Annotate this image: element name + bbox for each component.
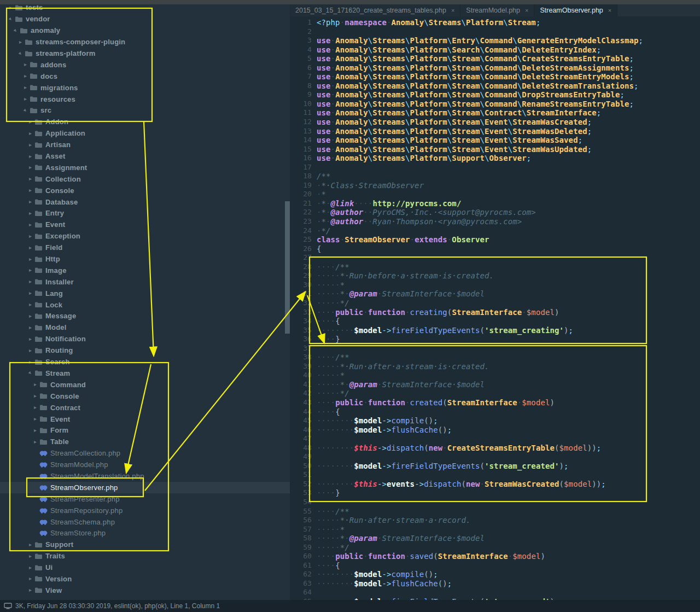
chevron-collapsed-icon[interactable]: ▸ [27, 336, 33, 342]
chevron-collapsed-icon[interactable]: ▸ [27, 290, 33, 296]
tree-folder-tests[interactable]: ▸tests [0, 4, 290, 13]
code-line[interactable]: 46········$model->flushCache(); [290, 426, 700, 435]
code-line[interactable]: 23·*·@author··Ryan·Thompson·<ryan@pyrocm… [290, 217, 700, 226]
code-line[interactable]: 30·····* [290, 281, 700, 290]
tree-file-streamstore-php[interactable]: StreamStore.php [0, 527, 290, 539]
tree-folder-ui[interactable]: ▸Ui [0, 562, 290, 573]
chevron-collapsed-icon[interactable]: ▸ [32, 416, 38, 422]
tree-folder-traits[interactable]: ▸Traits [0, 550, 290, 562]
tree-folder-artisan[interactable]: ▸Artisan [0, 139, 290, 150]
tree-folder-routing[interactable]: ▸Routing [0, 345, 290, 356]
chevron-collapsed-icon[interactable]: ▸ [27, 222, 33, 228]
code-line[interactable]: 58·····*·@param·StreamInterface·$model [290, 534, 700, 543]
code-line[interactable]: 60····public·function·saved(StreamInterf… [290, 552, 700, 561]
tree-folder-view[interactable]: ▸View [0, 585, 290, 596]
code-line[interactable]: 1<?php·namespace·Anomaly\Streams\Platfor… [290, 18, 700, 27]
code-line[interactable]: 41·····*·@param·StreamInterface·$model [290, 380, 700, 389]
code-line[interactable]: 34····{ [290, 317, 700, 326]
tree-folder-contract[interactable]: ▸Contract [0, 402, 290, 413]
code-line[interactable]: 48········$this->dispatch(new·CreateStre… [290, 444, 700, 453]
tree-folder-installer[interactable]: ▸Installer [0, 276, 290, 288]
chevron-expanded-icon[interactable]: ▸ [21, 107, 30, 115]
code-line[interactable]: 16use·Anomaly\Streams\Platform\Support\O… [290, 154, 700, 163]
tree-folder-event[interactable]: ▸Event [0, 219, 290, 230]
chevron-collapsed-icon[interactable]: ▸ [32, 393, 38, 399]
chevron-collapsed-icon[interactable]: ▸ [22, 85, 28, 90]
code-line[interactable]: 45········$model->compile(); [290, 416, 700, 426]
chevron-collapsed-icon[interactable]: ▸ [27, 119, 33, 125]
code-line[interactable]: 5use·Anomaly\Streams\Platform\Stream\Com… [290, 54, 700, 63]
chevron-collapsed-icon[interactable]: ▸ [27, 325, 33, 330]
tree-folder-application[interactable]: ▸Application [0, 127, 290, 139]
tree-folder-http[interactable]: ▸Http [0, 253, 290, 265]
code-line[interactable]: 22·*·@author··PyroCMS,·Inc.·<support@pyr… [290, 208, 700, 217]
tree-folder-console[interactable]: ▸Console [0, 390, 290, 402]
chevron-collapsed-icon[interactable]: ▸ [27, 279, 33, 284]
tree-folder-lock[interactable]: ▸Lock [0, 299, 290, 311]
code-line[interactable]: 63········$model->flushCache(); [290, 579, 700, 588]
tree-file-streammodeltranslation-php[interactable]: StreamModelTranslation.php [0, 470, 290, 482]
code-line[interactable]: 28····/** [290, 263, 700, 272]
chevron-collapsed-icon[interactable]: ▸ [27, 565, 33, 570]
chevron-collapsed-icon[interactable]: ▸ [27, 211, 33, 216]
chevron-collapsed-icon[interactable]: ▸ [27, 553, 33, 559]
code-line[interactable]: 36····} [290, 335, 700, 344]
code-line[interactable]: 14use·Anomaly\Streams\Platform\Stream\Ev… [290, 136, 700, 145]
chevron-collapsed-icon[interactable]: ▸ [27, 245, 33, 250]
tree-folder-docs[interactable]: ▸docs [0, 71, 290, 82]
tree-folder-image[interactable]: ▸Image [0, 265, 290, 276]
tree-folder-form[interactable]: ▸Form [0, 424, 290, 436]
code-line[interactable]: 42·····*/ [290, 389, 700, 398]
code-line[interactable]: 61····{ [290, 561, 700, 570]
code-line[interactable]: 51 [290, 470, 700, 480]
code-line[interactable]: 38····/** [290, 353, 700, 362]
tree-folder-anomaly[interactable]: ▸anomaly [0, 25, 290, 36]
chevron-collapsed-icon[interactable]: ▸ [27, 176, 33, 182]
tree-folder-message[interactable]: ▸Message [0, 311, 290, 322]
code-line[interactable]: 9use·Anomaly\Streams\Platform\Stream\Com… [290, 90, 700, 100]
code-line[interactable]: 13use·Anomaly\Streams\Platform\Stream\Ev… [290, 127, 700, 136]
tree-file-streamcollection-php[interactable]: StreamCollection.php [0, 447, 290, 459]
chevron-collapsed-icon[interactable]: ▸ [32, 428, 38, 433]
tree-folder-database[interactable]: ▸Database [0, 196, 290, 208]
tree-folder-exception[interactable]: ▸Exception [0, 230, 290, 242]
chevron-collapsed-icon[interactable]: ▸ [27, 165, 33, 170]
code-line[interactable]: 18/** [290, 172, 700, 181]
code-line[interactable]: 56·····*·Run·after·stream·a·record. [290, 516, 700, 525]
tree-folder-addon[interactable]: ▸Addon [0, 116, 290, 127]
code-line[interactable]: 31·····*·@param·StreamInterface·$model [290, 289, 700, 299]
tree-folder-console[interactable]: ▸Console [0, 185, 290, 196]
chevron-collapsed-icon[interactable]: ▸ [8, 5, 14, 10]
tree-folder-addons[interactable]: ▸addons [0, 59, 290, 71]
tree-folder-field[interactable]: ▸Field [0, 242, 290, 253]
tab-close-icon[interactable]: × [525, 7, 528, 14]
tree-folder-version[interactable]: ▸Version [0, 573, 290, 585]
code-line[interactable]: 6use·Anomaly\Streams\Platform\Stream\Com… [290, 63, 700, 73]
chevron-collapsed-icon[interactable]: ▸ [27, 348, 33, 353]
tree-folder-command[interactable]: ▸Command [0, 379, 290, 390]
chevron-collapsed-icon[interactable]: ▸ [32, 439, 38, 445]
tree-folder-streams-platform[interactable]: ▸streams-platform [0, 48, 290, 59]
chevron-collapsed-icon[interactable]: ▸ [27, 142, 33, 148]
code-line[interactable]: 24·*/ [290, 226, 700, 236]
chevron-collapsed-icon[interactable]: ▸ [27, 542, 33, 547]
chevron-collapsed-icon[interactable]: ▸ [27, 131, 33, 136]
chevron-collapsed-icon[interactable]: ▸ [27, 302, 33, 307]
tree-folder-migrations[interactable]: ▸migrations [0, 82, 290, 94]
code-line[interactable]: 15use·Anomaly\Streams\Platform\Stream\Ev… [290, 145, 700, 154]
chevron-collapsed-icon[interactable]: ▸ [27, 313, 33, 319]
code-line[interactable]: 19·*·Class·StreamObserver [290, 181, 700, 190]
chevron-expanded-icon[interactable]: ▸ [7, 15, 15, 23]
chevron-collapsed-icon[interactable]: ▸ [32, 405, 38, 410]
chevron-collapsed-icon[interactable]: ▸ [27, 587, 33, 593]
tree-folder-src[interactable]: ▸src [0, 105, 290, 116]
tree-file-streammodel-php[interactable]: StreamModel.php [0, 459, 290, 470]
code-line[interactable]: 25class·StreamObserver·extends·Observer [290, 235, 700, 244]
code-line[interactable]: 35········$model->fireFieldTypeEvents('s… [290, 326, 700, 335]
chevron-collapsed-icon[interactable]: ▸ [22, 96, 28, 102]
chevron-collapsed-icon[interactable]: ▸ [27, 199, 33, 205]
tree-file-streampresenter-php[interactable]: StreamPresenter.php [0, 493, 290, 505]
tree-folder-entry[interactable]: ▸Entry [0, 208, 290, 219]
code-line[interactable]: 37 [290, 344, 700, 353]
tab-close-icon[interactable]: × [451, 7, 454, 14]
